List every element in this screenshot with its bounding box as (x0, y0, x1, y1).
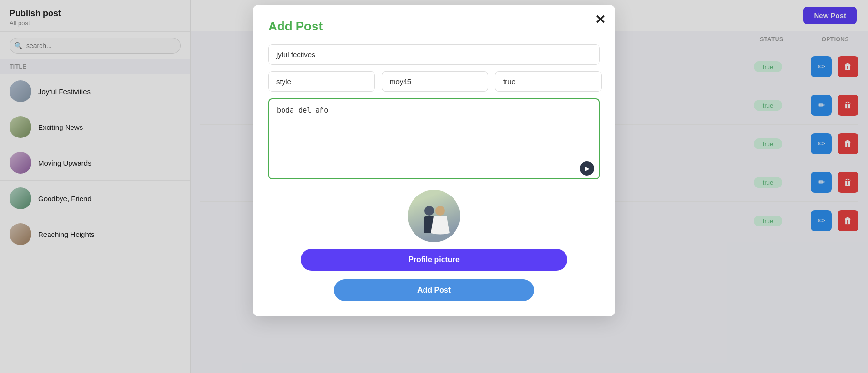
content-area: boda del año ▶ (268, 98, 600, 181)
status-field[interactable] (495, 71, 602, 92)
title-input-row (268, 44, 600, 65)
style-field[interactable] (268, 71, 375, 92)
couple-illustration (413, 202, 455, 240)
svg-point-2 (435, 206, 445, 216)
profile-pic-area: Profile picture (268, 190, 600, 271)
modal-overlay: ✕ Add Post boda del año ▶ (0, 0, 868, 373)
close-button[interactable]: ✕ (595, 12, 606, 27)
submit-icon[interactable]: ▶ (580, 161, 594, 176)
fields-row (268, 71, 600, 92)
svg-point-0 (424, 206, 434, 216)
profile-pic-inner (408, 190, 460, 242)
modal-title: Add Post (268, 19, 600, 34)
profile-picture-button[interactable]: Profile picture (301, 249, 567, 271)
profile-picture-preview (408, 190, 460, 242)
arrow-icon: ▶ (585, 165, 590, 172)
post-title-input[interactable] (268, 44, 600, 65)
add-post-modal: ✕ Add Post boda del año ▶ (253, 5, 615, 316)
add-post-button[interactable]: Add Post (334, 279, 534, 301)
content-textarea[interactable]: boda del año (268, 98, 600, 179)
slug-field[interactable] (382, 71, 488, 92)
